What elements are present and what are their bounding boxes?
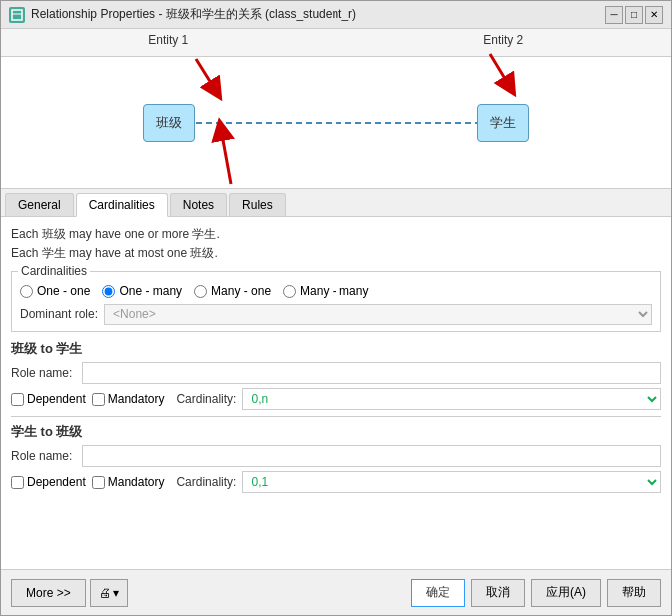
print-button[interactable]: 🖨 ▾ (90, 579, 128, 607)
entity1-column: Entity 1 班级 (1, 29, 336, 188)
section2-dependent-checkbox[interactable] (11, 476, 24, 489)
section2-mandatory-label: Mandatory (108, 475, 165, 489)
close-button[interactable]: ✕ (645, 6, 663, 24)
section1-role-input[interactable] (82, 362, 661, 384)
diagram-area: Entity 1 班级 (1, 29, 671, 189)
section1-dependent-label: Dependent (27, 392, 86, 406)
radio-many-one-input[interactable] (194, 285, 207, 298)
minimize-button[interactable]: ─ (605, 6, 623, 24)
entity2-box[interactable]: 学生 (477, 104, 529, 142)
help-button[interactable]: 帮助 (607, 579, 661, 607)
entity1-box[interactable]: 班级 (143, 104, 195, 142)
section2-role-label: Role name: (11, 449, 76, 463)
radio-one-many-input[interactable] (102, 285, 115, 298)
section1-role-label: Role name: (11, 366, 76, 380)
print-dropdown-icon: ▾ (113, 586, 119, 600)
radio-many-many: Many - many (283, 284, 368, 298)
cardinalities-group-label: Cardinalities (18, 264, 90, 278)
section2-mandatory-checkbox[interactable] (92, 476, 105, 489)
radio-one-many: One - many (102, 284, 182, 298)
window-icon (9, 7, 25, 23)
radio-one-one: One - one (20, 284, 90, 298)
entity2-label: Entity 2 (336, 29, 672, 57)
section2-mandatory-item: Mandatory (92, 475, 165, 489)
section2-cardinality-select[interactable]: 0,n 1,n 0,1 1,1 (242, 471, 661, 493)
confirm-button[interactable]: 确定 (411, 579, 465, 607)
section2-cardinality-label: Cardinality: (176, 475, 236, 489)
section-divider (11, 416, 661, 417)
entity2-diagram: 学生 (477, 57, 529, 188)
section1-mandatory-label: Mandatory (108, 392, 165, 406)
entity2-name: 学生 (490, 114, 516, 132)
radio-many-one-label: Many - one (211, 284, 271, 298)
desc-line2: Each 学生 may have at most one 班级. (11, 244, 661, 263)
section1-mandatory-checkbox[interactable] (92, 393, 105, 406)
radio-many-one: Many - one (194, 284, 271, 298)
desc-line1: Each 班级 may have one or more 学生. (11, 225, 661, 244)
section1-dependent-checkbox[interactable] (11, 393, 24, 406)
radio-one-one-label: One - one (37, 284, 90, 298)
section1-cardinality-select[interactable]: 0,n 1,n 0,1 1,1 (242, 388, 661, 410)
section2-check-row: Dependent Mandatory Cardinality: 0,n 1,n… (11, 471, 661, 493)
section2-title: 学生 to 班级 (11, 423, 661, 441)
entity1-diagram: 班级 (143, 57, 195, 188)
dominant-role-label: Dominant role: (20, 308, 98, 321)
window-content: Entity 1 班级 (1, 29, 671, 615)
entity1-name: 班级 (156, 114, 182, 132)
section1-title: 班级 to 学生 (11, 340, 661, 358)
main-window: Relationship Properties - 班级和学生的关系 (clas… (0, 0, 672, 616)
radio-one-one-input[interactable] (20, 285, 33, 298)
main-content: Each 班级 may have one or more 学生. Each 学生… (1, 217, 671, 569)
footer: More >> 🖨 ▾ 确定 取消 应用(A) 帮助 (1, 569, 671, 615)
section2-role-row: Role name: (11, 445, 661, 467)
entity1-label: Entity 1 (1, 29, 336, 57)
radio-many-many-label: Many - many (300, 284, 368, 298)
tab-notes[interactable]: Notes (170, 193, 227, 216)
svg-rect-0 (12, 10, 22, 20)
tab-cardinalities[interactable]: Cardinalities (76, 193, 168, 217)
section2-dependent-item: Dependent (11, 475, 86, 489)
radio-many-many-input[interactable] (283, 285, 296, 298)
section2-dependent-label: Dependent (27, 475, 86, 489)
title-bar: Relationship Properties - 班级和学生的关系 (clas… (1, 1, 671, 29)
radio-one-many-label: One - many (119, 284, 182, 298)
entity2-column: Entity 2 学生 (336, 29, 672, 188)
section1-cardinality-label: Cardinality: (176, 392, 236, 406)
tabs-bar: General Cardinalities Notes Rules (1, 189, 671, 217)
section1-role-row: Role name: (11, 362, 661, 384)
section1-check-row: Dependent Mandatory Cardinality: 0,n 1,n… (11, 388, 661, 410)
more-button[interactable]: More >> (11, 579, 86, 607)
printer-icon: 🖨 (99, 586, 111, 600)
cardinality-radio-row: One - one One - many Many - one Many - m… (20, 284, 652, 298)
apply-button[interactable]: 应用(A) (531, 579, 601, 607)
section1-dependent-item: Dependent (11, 392, 86, 406)
dominant-role-row: Dominant role: <None> (20, 304, 652, 325)
window-title: Relationship Properties - 班级和学生的关系 (clas… (31, 6, 356, 23)
cancel-button[interactable]: 取消 (471, 579, 525, 607)
cardinalities-group: Cardinalities One - one One - many Many … (11, 271, 661, 332)
description: Each 班级 may have one or more 学生. Each 学生… (11, 225, 661, 263)
tab-general[interactable]: General (5, 193, 74, 216)
section1-mandatory-item: Mandatory (92, 392, 165, 406)
dominant-role-select[interactable]: <None> (104, 304, 652, 325)
maximize-button[interactable]: □ (625, 6, 643, 24)
section2-role-input[interactable] (82, 445, 661, 467)
tab-rules[interactable]: Rules (229, 193, 286, 216)
